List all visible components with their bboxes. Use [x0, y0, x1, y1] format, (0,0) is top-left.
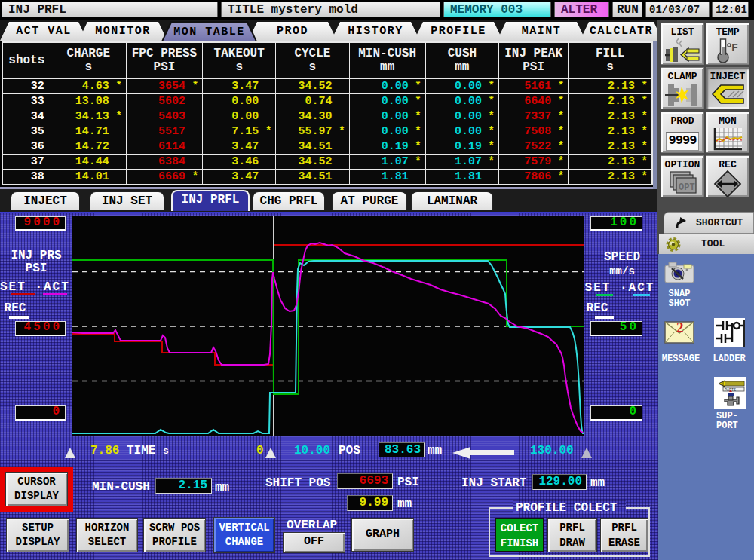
svg-text:2: 2 [676, 320, 684, 335]
svg-text:OPT: OPT [679, 182, 695, 193]
svg-text:F: F [731, 42, 738, 55]
